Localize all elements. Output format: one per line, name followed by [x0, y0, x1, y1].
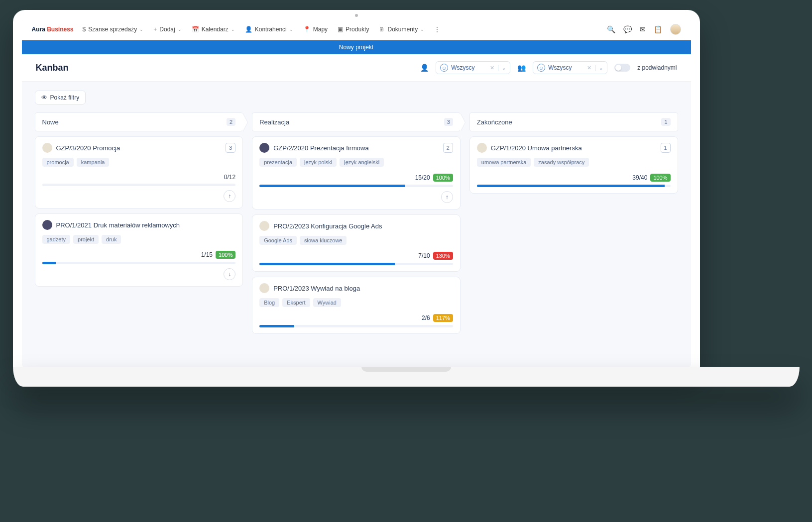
progress-bar — [259, 325, 453, 327]
user-badge-icon: ☺ — [440, 64, 448, 72]
page-title: Kanban — [36, 63, 414, 73]
calendar-icon: 📅 — [192, 26, 199, 33]
card-avatar — [259, 283, 269, 293]
kanban-card[interactable]: PRO/1/2021 Druk materiałów reklamowychga… — [35, 213, 243, 287]
column-count: 2 — [227, 118, 235, 126]
new-project-label: Nowy projekt — [339, 44, 373, 51]
kanban-card[interactable]: GZP/1/2020 Umowa partnerska1umowa partne… — [469, 136, 678, 194]
new-project-bar[interactable]: Nowy projekt — [22, 40, 691, 54]
clear-icon[interactable]: ✕ — [587, 65, 591, 71]
progress-percent: 100% — [650, 174, 670, 182]
document-icon: 🗎 — [379, 26, 385, 33]
user-select-2[interactable]: ☺ Wszyscy ✕ | ⌄ — [533, 61, 607, 74]
main-nav: $ Szanse sprzedaży ⌄ + Dodaj ⌄ 📅 Kalenda… — [83, 26, 598, 33]
kanban-card[interactable]: PRO/2/2023 Konfiguracja Google AdsGoogle… — [252, 214, 461, 272]
arrow-down-icon[interactable]: ↓ — [224, 268, 235, 280]
column-header[interactable]: Realizacja3 — [252, 112, 461, 131]
pin-icon: 📍 — [303, 26, 311, 33]
user-filter-icon[interactable]: 👤 — [420, 64, 429, 72]
progress-bar — [42, 184, 236, 186]
subordinates-label: z podwładnymi — [637, 64, 677, 71]
kanban-column: Zakończone1GZP/1/2020 Umowa partnerska1u… — [469, 112, 678, 194]
header-actions: 🔍 💬 ✉ 📋 — [607, 24, 681, 35]
column-header[interactable]: Zakończone1 — [469, 112, 678, 131]
card-avatar — [259, 221, 269, 231]
kanban-card[interactable]: GZP/3/2020 Promocja3promocjakampania0/12… — [35, 136, 243, 209]
nav-label: Kalendarz — [202, 26, 229, 33]
tag[interactable]: język polski — [300, 158, 337, 167]
nav-more[interactable]: ⋮ — [434, 26, 440, 33]
mail-icon[interactable]: ✉ — [640, 25, 646, 33]
nav-contractors[interactable]: 👤 Kontrahenci ⌄ — [245, 26, 293, 33]
user-select-1[interactable]: ☺ Wszyscy ✕ | ⌄ — [436, 61, 510, 74]
tag[interactable]: projekt — [73, 235, 99, 244]
card-avatar — [42, 143, 52, 153]
kanban-card[interactable]: GZP/2/2020 Prezentacja firmowa2prezentac… — [252, 136, 461, 209]
progress-text: 15/20 — [415, 174, 430, 181]
tag[interactable]: umowa partnerska — [477, 158, 531, 167]
tag[interactable]: gadżety — [42, 235, 71, 244]
chat-icon[interactable]: 💬 — [623, 25, 632, 33]
card-count-badge: 1 — [661, 143, 671, 153]
nav-label: Mapy — [313, 26, 328, 33]
kanban-card[interactable]: PRO/1/2023 Wywiad na blogaBlogEkspertWyw… — [252, 277, 461, 334]
tag[interactable]: Blog — [259, 298, 279, 307]
nav-calendar[interactable]: 📅 Kalendarz ⌄ — [192, 26, 235, 33]
subordinates-toggle[interactable] — [614, 64, 630, 72]
nav-label: Dokumenty — [387, 26, 418, 33]
box-icon: ▣ — [338, 26, 343, 33]
clear-icon[interactable]: ✕ — [490, 65, 494, 71]
more-icon: ⋮ — [434, 26, 440, 33]
nav-label: Dodaj — [159, 26, 175, 33]
team-filter-icon[interactable]: 👥 — [517, 64, 526, 72]
progress-row: 1/15100% — [42, 251, 236, 259]
card-tags: Google Adssłowa kluczowe — [259, 236, 453, 245]
nav-add[interactable]: + Dodaj ⌄ — [153, 26, 181, 33]
progress-text: 39/40 — [632, 174, 647, 181]
nav-sales[interactable]: $ Szanse sprzedaży ⌄ — [83, 26, 144, 33]
progress-percent: 117% — [433, 314, 453, 322]
progress-fill — [477, 185, 665, 187]
show-filters-button[interactable]: 👁 Pokaż filtry — [35, 91, 86, 104]
tag[interactable]: druk — [102, 235, 121, 244]
progress-row: 39/40100% — [477, 174, 671, 182]
card-title: GZP/2/2020 Prezentacja firmowa — [273, 144, 439, 152]
tag[interactable]: prezentacja — [259, 158, 297, 167]
chevron-down-icon: ⌄ — [178, 27, 182, 32]
tag[interactable]: promocja — [42, 158, 74, 167]
tag[interactable]: kampania — [77, 158, 110, 167]
tag[interactable]: Google Ads — [259, 236, 297, 245]
progress-bar — [477, 185, 671, 187]
clipboard-icon[interactable]: 📋 — [654, 25, 662, 33]
nav-label: Kontrahenci — [255, 26, 287, 33]
avatar[interactable] — [670, 24, 681, 35]
progress-text: 7/10 — [418, 252, 430, 259]
tag[interactable]: Ekspert — [282, 298, 310, 307]
search-icon[interactable]: 🔍 — [607, 25, 615, 33]
kanban-column: Nowe2GZP/3/2020 Promocja3promocjakampani… — [35, 112, 243, 287]
kanban-column: Realizacja3GZP/2/2020 Prezentacja firmow… — [252, 112, 461, 334]
progress-text: 2/6 — [422, 314, 430, 321]
nav-maps[interactable]: 📍 Mapy — [303, 26, 328, 33]
filters-label: Pokaż filtry — [50, 94, 80, 101]
card-count-badge: 3 — [226, 143, 235, 153]
nav-products[interactable]: ▣ Produkty — [338, 26, 369, 33]
tag[interactable]: Wywiad — [313, 298, 341, 307]
progress-text: 0/12 — [224, 174, 235, 181]
progress-row: 7/10130% — [259, 252, 453, 260]
progress-bar — [42, 262, 236, 264]
arrow-up-icon[interactable]: ↑ — [224, 190, 235, 202]
progress-fill — [42, 262, 56, 264]
chevron-down-icon: ⌄ — [139, 27, 143, 32]
progress-fill — [259, 185, 405, 187]
tag[interactable]: język angielski — [340, 158, 384, 167]
progress-fill — [259, 325, 294, 327]
nav-label: Szanse sprzedaży — [88, 26, 137, 33]
arrow-up-icon[interactable]: ↑ — [441, 191, 453, 203]
tag[interactable]: zasady współpracy — [534, 158, 589, 167]
column-header[interactable]: Nowe2 — [35, 112, 243, 131]
progress-fill — [259, 263, 395, 265]
tag[interactable]: słowa kluczowe — [300, 236, 347, 245]
nav-documents[interactable]: 🗎 Dokumenty ⌄ — [379, 26, 424, 33]
progress-bar — [259, 263, 453, 265]
